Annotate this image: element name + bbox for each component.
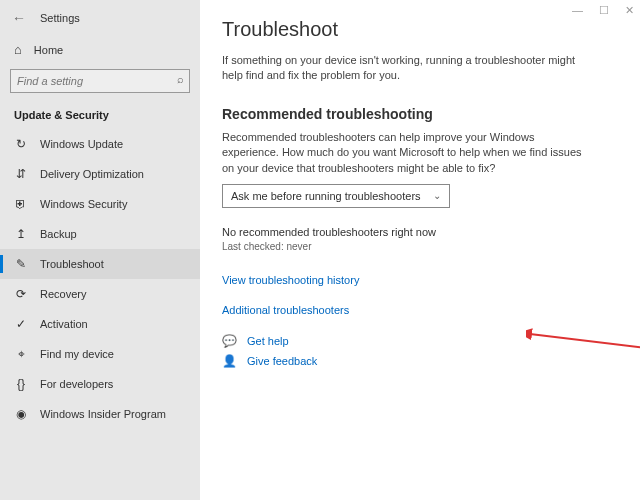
home-label: Home [34,44,63,56]
sidebar-item-label: Backup [40,228,77,240]
sidebar-item-delivery-optimization[interactable]: ⇵Delivery Optimization [0,159,200,189]
minimize-button[interactable]: — [572,4,583,17]
dropdown-value: Ask me before running troubleshooters [231,190,421,202]
sidebar-item-label: Recovery [40,288,86,300]
search-icon: ⌕ [177,73,184,85]
sidebar-item-label: For developers [40,378,113,390]
annotation-arrow [526,326,640,356]
recommended-heading: Recommended troubleshooting [222,106,618,122]
insider-icon: ◉ [14,407,28,421]
sidebar-item-label: Windows Security [40,198,127,210]
home-nav[interactable]: ⌂ Home [0,34,200,65]
locate-icon: ⌖ [14,347,28,361]
chevron-down-icon: ⌄ [433,190,441,201]
sidebar-item-for-developers[interactable]: {}For developers [0,369,200,399]
code-icon: {} [14,377,28,391]
sidebar-item-windows-insider[interactable]: ◉Windows Insider Program [0,399,200,429]
sidebar-item-label: Activation [40,318,88,330]
give-feedback-link[interactable]: Give feedback [247,355,317,367]
svg-line-0 [530,334,640,348]
app-title: Settings [40,12,80,24]
sidebar-item-activation[interactable]: ✓Activation [0,309,200,339]
activation-icon: ✓ [14,317,28,331]
sidebar-item-label: Find my device [40,348,114,360]
backup-icon: ↥ [14,227,28,241]
sidebar-item-recovery[interactable]: ⟳Recovery [0,279,200,309]
sidebar-item-windows-update[interactable]: ↻Windows Update [0,129,200,159]
sidebar-item-label: Windows Update [40,138,123,150]
sync-icon: ↻ [14,137,28,151]
troubleshoot-icon: ✎ [14,257,28,271]
search-input[interactable] [10,69,190,93]
get-help-link[interactable]: Get help [247,335,289,347]
sidebar-item-label: Windows Insider Program [40,408,166,420]
close-button[interactable]: ✕ [625,4,634,17]
recovery-icon: ⟳ [14,287,28,301]
sidebar-item-label: Troubleshoot [40,258,104,270]
shield-icon: ⛨ [14,197,28,211]
sidebar-item-backup[interactable]: ↥Backup [0,219,200,249]
home-icon: ⌂ [14,42,22,57]
sidebar-item-label: Delivery Optimization [40,168,144,180]
page-description: If something on your device isn't workin… [222,53,582,84]
troubleshoot-preference-dropdown[interactable]: Ask me before running troubleshooters ⌄ [222,184,450,208]
section-header: Update & Security [0,103,200,129]
maximize-button[interactable]: ☐ [599,4,609,17]
page-title: Troubleshoot [222,18,618,41]
recommended-description: Recommended troubleshooters can help imp… [222,130,582,176]
additional-troubleshooters-link[interactable]: Additional troubleshooters [222,304,618,316]
sidebar-item-troubleshoot[interactable]: ✎Troubleshoot [0,249,200,279]
feedback-icon: 👤 [222,354,237,368]
delivery-icon: ⇵ [14,167,28,181]
help-icon: 💬 [222,334,237,348]
last-checked-text: Last checked: never [222,241,618,252]
back-button[interactable]: ← [12,10,26,26]
view-history-link[interactable]: View troubleshooting history [222,274,618,286]
sidebar-item-windows-security[interactable]: ⛨Windows Security [0,189,200,219]
sidebar-item-find-my-device[interactable]: ⌖Find my device [0,339,200,369]
status-text: No recommended troubleshooters right now [222,226,618,238]
